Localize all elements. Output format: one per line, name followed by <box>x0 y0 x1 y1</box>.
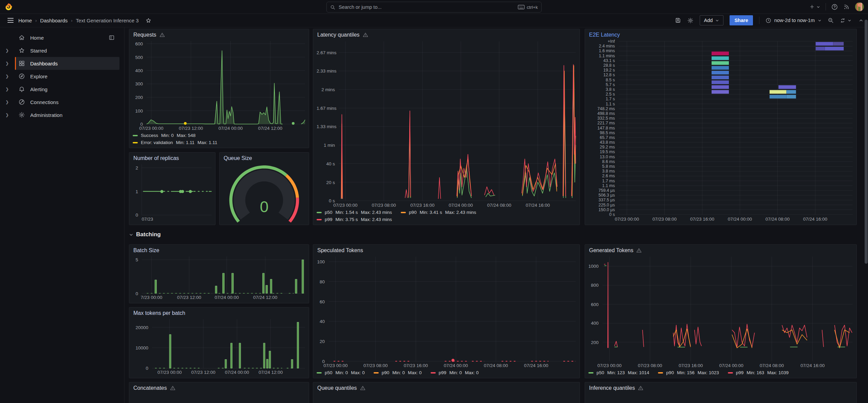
user-avatar[interactable] <box>855 2 864 11</box>
sidebar-item-connections[interactable]: ❯ Connections <box>0 96 124 108</box>
panel-header-generated-tokens[interactable]: Generated Tokens <box>585 245 856 256</box>
warning-icon[interactable] <box>638 385 643 391</box>
mega-menu-toggle[interactable] <box>7 18 14 23</box>
page-scrollbar[interactable] <box>865 20 868 264</box>
panel-header-queue-size[interactable]: Queue Size <box>220 153 309 164</box>
breadcrumb-bar: Home › Dashboards › Text Generation Infe… <box>0 14 868 27</box>
time-range-label: now-2d to now-1m <box>774 18 815 23</box>
help-icon[interactable] <box>831 4 838 10</box>
sidebar-item-home[interactable]: Home <box>0 31 124 44</box>
panel-queue-quantiles: Queue quantiles <box>313 382 580 403</box>
administration-gear-icon <box>18 112 25 118</box>
panel-header-batch-size[interactable]: Batch Size <box>129 245 309 256</box>
panel-header-latency-quantiles[interactable]: Latency quantiles <box>313 29 580 41</box>
replicas-chart: 01207/23 <box>129 164 215 225</box>
chevron-down-icon <box>848 19 851 22</box>
search-input[interactable] <box>338 4 515 10</box>
dock-menu-icon[interactable] <box>109 35 115 41</box>
refresh-control[interactable] <box>840 18 851 23</box>
time-range-picker[interactable]: now-2d to now-1m <box>766 18 822 23</box>
panel-header-max-tokens[interactable]: Max tokens per batch <box>129 307 309 319</box>
panel-title: Concatenates <box>133 385 167 391</box>
clock-icon <box>766 18 771 23</box>
latency-quantiles-chart: 0 s20 s40 s1 min1.33 mins1.67 mins2 mins… <box>313 41 580 225</box>
speculated-tokens-chart: 02040608010007/23 00:0007/23 08:0007/23 … <box>313 256 580 378</box>
alerting-bell-icon <box>18 86 25 93</box>
section-row-batching[interactable]: Batching <box>129 231 161 238</box>
share-button[interactable]: Share <box>730 15 753 25</box>
panel-header-queue-quantiles[interactable]: Queue quantiles <box>313 382 580 394</box>
panel-batch-size: Batch Size 057/23 00:0007/23 12:0007/24 … <box>129 244 309 303</box>
panel-title: Generated Tokens <box>589 247 633 254</box>
panel-title: Number of replicas <box>133 155 179 161</box>
chevron-down-icon <box>816 5 820 9</box>
panel-header-replicas[interactable]: Number of replicas <box>129 153 215 164</box>
panel-title: Requests <box>133 32 156 38</box>
warning-icon[interactable] <box>363 32 368 38</box>
connections-icon <box>18 99 25 105</box>
panel-e2e-latency: E2E Latency +Inf2.4 mins1.6 mins1.1 mins… <box>585 29 857 225</box>
divider <box>759 17 759 24</box>
sidebar-item-dashboards[interactable]: ❯ Dashboards <box>0 57 124 70</box>
generated-tokens-chart: 200400600800100007/23 00:0007/23 08:0007… <box>585 256 856 378</box>
panel-speculated-tokens: Speculated Tokens 02040608010007/23 00:0… <box>313 244 580 378</box>
home-icon <box>18 34 25 41</box>
panel-header-requests[interactable]: Requests <box>129 29 309 41</box>
dashboard-settings-icon[interactable] <box>687 17 694 24</box>
panel-header-inference-quantiles[interactable]: Inference quantiles <box>585 382 856 394</box>
zoom-out-icon[interactable] <box>828 17 834 23</box>
collapse-toolbar-icon[interactable] <box>859 18 863 23</box>
max-tokens-chart: 0100002000007/23 00:0007/23 12:0007/24 0… <box>129 319 309 378</box>
chevron-down-icon <box>818 19 822 22</box>
breadcrumb-current: Text Generation Inference 3 <box>76 18 139 23</box>
breadcrumb-home[interactable]: Home <box>18 18 32 23</box>
panel-requests: Requests 010020030040050060007/23 00:000… <box>129 29 309 148</box>
warning-icon[interactable] <box>360 385 365 391</box>
gauge-value: 0 <box>223 198 305 216</box>
warning-icon[interactable] <box>159 32 165 38</box>
chevron-right-icon[interactable]: ❯ <box>4 113 15 117</box>
sidebar-item-administration[interactable]: ❯ Administration <box>0 108 124 121</box>
new-button[interactable] <box>809 4 820 9</box>
panel-header-speculated-tokens[interactable]: Speculated Tokens <box>313 245 580 256</box>
sidebar-item-starred[interactable]: ❯ Starred <box>0 44 124 57</box>
sidebar-item-explore[interactable]: ❯ Explore <box>0 70 124 83</box>
panel-header-concatenates[interactable]: Concatenates <box>129 382 309 394</box>
e2e-latency-heatmap: +Inf2.4 mins1.6 mins1.1 mins43.1 s28.8 s… <box>585 41 856 225</box>
panel-title: Batch Size <box>133 247 159 254</box>
panel-latency-quantiles: Latency quantiles 0 s20 s40 s1 min1.33 m… <box>313 29 580 225</box>
panel-title: Inference quantiles <box>589 385 635 391</box>
chevron-right-icon[interactable]: ❯ <box>4 87 15 92</box>
breadcrumb-dashboards[interactable]: Dashboards <box>40 18 68 23</box>
keyboard-icon <box>518 5 525 9</box>
panel-title: Max tokens per batch <box>133 310 185 316</box>
batch-size-chart: 057/23 00:0007/23 12:0007/24 00:0007/24 … <box>129 256 309 303</box>
chevron-right-icon[interactable]: ❯ <box>4 61 15 66</box>
grafana-logo-icon[interactable] <box>4 2 13 11</box>
add-button[interactable]: Add <box>700 15 724 25</box>
dashboard-canvas: Requests 010020030040050060007/23 00:000… <box>124 27 868 403</box>
divider <box>826 3 826 11</box>
top-nav: ctrl+k <box>0 0 868 14</box>
save-dashboard-icon[interactable] <box>675 17 681 23</box>
chevron-down-icon <box>715 19 719 22</box>
chevron-right-icon[interactable]: ❯ <box>4 74 15 79</box>
sidebar-nav: Home ❯ Starred ❯ Dashboards ❯ <box>0 27 125 403</box>
global-search[interactable]: ctrl+k <box>326 2 542 13</box>
section-title: Batching <box>136 231 161 238</box>
favorite-star-icon[interactable] <box>146 18 151 23</box>
warning-icon[interactable] <box>170 385 175 391</box>
panel-title: E2E Latency <box>589 32 620 38</box>
news-icon[interactable] <box>843 4 850 10</box>
sidebar-item-alerting[interactable]: ❯ Alerting <box>0 83 124 96</box>
panel-header-e2e-latency[interactable]: E2E Latency <box>585 29 856 41</box>
warning-icon[interactable] <box>636 248 642 253</box>
star-icon <box>18 47 25 54</box>
panel-inference-quantiles: Inference quantiles <box>585 382 857 403</box>
panel-title: Queue quantiles <box>317 385 357 391</box>
panel-queue-size: Queue Size 0 <box>219 152 309 225</box>
chevron-right-icon[interactable]: ❯ <box>4 100 15 104</box>
chevron-right-icon[interactable]: ❯ <box>4 48 15 53</box>
breadcrumb: Home › Dashboards › Text Generation Infe… <box>18 18 151 23</box>
panel-max-tokens-per-batch: Max tokens per batch 0100002000007/23 00… <box>129 307 309 378</box>
